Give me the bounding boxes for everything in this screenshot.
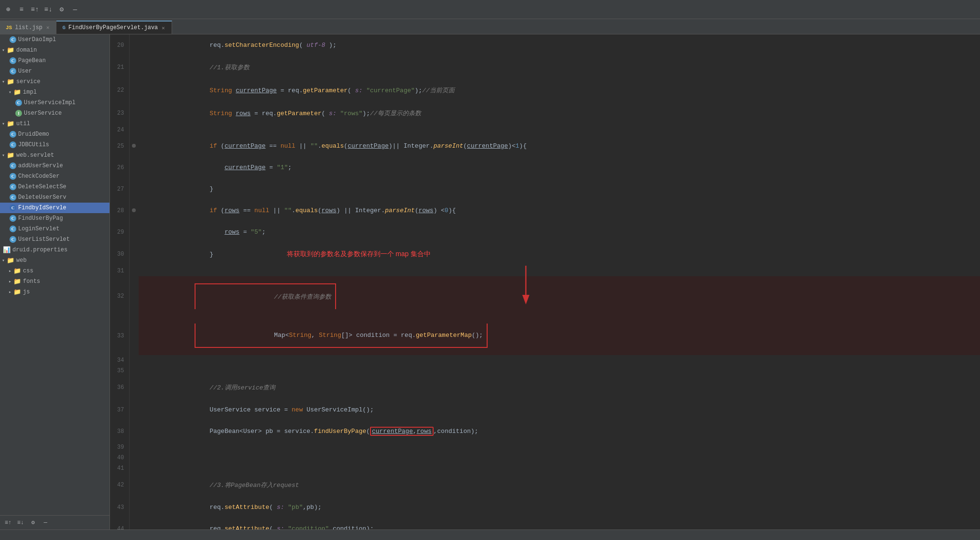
- folder-fonts: 📁: [13, 278, 21, 285]
- sidebar-item-userserviceimpl[interactable]: C UserServiceImpl: [0, 97, 109, 108]
- sidebar-label-userdaoimpl: UserDaoImpl: [18, 36, 56, 43]
- code-scroll[interactable]: 20 req.setCharacterEncoding( utf-8 ); 21…: [110, 34, 980, 529]
- code-line-23: 23 String rows = req.getParameter( s: "r…: [110, 102, 980, 125]
- code-line-21: 21 //1.获取参数: [110, 56, 980, 79]
- sidebar-sort-asc-icon[interactable]: ≡↑: [4, 518, 12, 527]
- line-num-31: 31: [110, 266, 129, 276]
- gutter-40: [129, 453, 139, 463]
- gutter-26: [129, 157, 139, 178]
- sidebar-item-userdaoimpl[interactable]: C UserDaoImpl: [0, 34, 109, 45]
- sidebar-label-web: web: [16, 257, 27, 264]
- sidebar-sort-desc-icon[interactable]: ≡↓: [16, 518, 25, 527]
- sidebar-item-userlistservlet[interactable]: C UserListServlet: [0, 234, 109, 245]
- gutter-dot-28: [132, 208, 136, 212]
- toolbar-icon-navigate[interactable]: ⊕: [4, 5, 12, 14]
- arrow-util: ▾: [2, 121, 5, 127]
- line-num-44: 44: [110, 518, 129, 529]
- sidebar-item-druiddemo[interactable]: C DruidDemo: [0, 129, 109, 140]
- line-num-37: 37: [110, 399, 129, 421]
- toolbar-icon-settings[interactable]: ⚙: [57, 5, 66, 14]
- sidebar-item-deleteselectservlet[interactable]: C DeleteSelectSe: [0, 182, 109, 192]
- toolbar-icon-sort-desc[interactable]: ≡↓: [44, 5, 53, 14]
- sidebar-item-webservlet[interactable]: ▾ 📁 web.servlet: [0, 150, 109, 161]
- sidebar-item-loginservlet[interactable]: C LoginServlet: [0, 224, 109, 234]
- sidebar-settings-icon[interactable]: ⚙: [29, 518, 37, 527]
- line-code-20: req.setCharacterEncoding( utf-8 );: [139, 34, 980, 56]
- chart-icon-druid: 📊: [3, 246, 11, 254]
- sidebar-label-pagebean: PageBean: [18, 57, 46, 64]
- tab-list-jsp-close[interactable]: ✕: [45, 24, 51, 31]
- toolbar-icon-list[interactable]: ≡: [17, 5, 26, 14]
- code-line-40: 40: [110, 453, 980, 463]
- code-line-26: 26 currentPage = "1";: [110, 157, 980, 178]
- line-num-23: 23: [110, 102, 129, 125]
- line-code-36: //2.调用service查询: [139, 376, 980, 399]
- toolbar-icon-minimize[interactable]: —: [71, 5, 79, 14]
- sidebar-item-jdbcutils[interactable]: C JDBCUtils: [0, 140, 109, 150]
- code-line-34: 34: [110, 355, 980, 366]
- c-icon-pagebean: C: [10, 57, 16, 64]
- c-icon-adduserservlet: C: [10, 162, 16, 169]
- tab-java-icon: G: [62, 25, 65, 31]
- code-line-37: 37 UserService service = new UserService…: [110, 399, 980, 421]
- gutter-32: [129, 276, 139, 316]
- arrow-web: ▾: [2, 258, 5, 263]
- gutter-42: [129, 474, 139, 497]
- toolbar-icon-sort-asc[interactable]: ≡↑: [31, 5, 39, 14]
- gutter-38: [129, 421, 139, 442]
- line-num-38: 38: [110, 421, 129, 442]
- code-line-33: 33 Map<String, String[]> condition = req…: [110, 316, 980, 355]
- code-line-30: 30 } 将获取到的参数名及参数保存到一个 map 集合中: [110, 243, 980, 266]
- sidebar-item-userservice-i[interactable]: I UserService: [0, 108, 109, 119]
- c-icon-druiddemo: C: [10, 131, 16, 138]
- sidebar-item-web[interactable]: ▾ 📁 web: [0, 255, 109, 266]
- tab-jsp-icon: JS: [6, 25, 12, 31]
- sidebar-label-finduserbypag: FindUserByPag: [18, 215, 63, 222]
- code-line-44: 44 req.setAttribute( s: "condition",cond…: [110, 518, 980, 529]
- line-num-30: 30: [110, 243, 129, 266]
- tab-find-user-close[interactable]: ✕: [161, 25, 166, 31]
- sidebar-item-finduserbypag[interactable]: C FindUserByPag: [0, 213, 109, 224]
- line-num-28: 28: [110, 200, 129, 221]
- line-code-27: }: [139, 178, 980, 200]
- sidebar-item-js[interactable]: ▸ 📁 js: [0, 287, 109, 297]
- sidebar-item-service[interactable]: ▾ 📁 service: [0, 76, 109, 87]
- sidebar-item-impl[interactable]: ▾ 📁 impl: [0, 87, 109, 97]
- line-num-41: 41: [110, 463, 129, 474]
- gutter-27: [129, 178, 139, 200]
- sidebar-minimize-icon[interactable]: —: [41, 518, 50, 527]
- gutter-39: [129, 442, 139, 453]
- gutter-35: [129, 366, 139, 376]
- sidebar-item-css[interactable]: ▸ 📁 css: [0, 266, 109, 276]
- sidebar-item-checkcodeservlet[interactable]: C CheckCodeSer: [0, 171, 109, 182]
- sidebar-label-adduserservlet: addUserServle: [18, 162, 63, 169]
- gutter-23: [129, 102, 139, 125]
- c-icon-userdaoimpl: C: [10, 36, 16, 43]
- folder-util: 📁: [7, 120, 14, 128]
- code-line-32: 32 //获取条件查询参数: [110, 276, 980, 316]
- gutter-25: [129, 135, 139, 157]
- line-code-25: if (currentPage == null || "".equals(cur…: [139, 135, 980, 157]
- sidebar-item-druid-properties[interactable]: 📊 druid.properties: [0, 245, 109, 255]
- line-code-33: Map<String, String[]> condition = req.ge…: [139, 316, 980, 355]
- tab-find-user-servlet[interactable]: G FindUserByPageServlet.java ✕: [56, 21, 172, 34]
- status-bar: [0, 529, 980, 540]
- sidebar-bottom-toolbar: ≡↑ ≡↓ ⚙ —: [0, 515, 109, 529]
- line-num-21: 21: [110, 56, 129, 79]
- line-code-30: } 将获取到的参数名及参数保存到一个 map 集合中: [139, 243, 980, 266]
- sidebar-item-deleteuserservlet[interactable]: C DeleteUserServ: [0, 192, 109, 203]
- sidebar-item-domain[interactable]: ▾ 📁 domain: [0, 45, 109, 55]
- line-code-31: [139, 266, 980, 276]
- sidebar-item-util[interactable]: ▾ 📁 util: [0, 119, 109, 129]
- sidebar-item-pagebean[interactable]: C PageBean: [0, 55, 109, 66]
- code-line-42: 42 //3.将PageBean存入request: [110, 474, 980, 497]
- sidebar-item-findbyidservlet[interactable]: C FindbyIdServle: [0, 203, 109, 213]
- gutter-36: [129, 376, 139, 399]
- code-line-24: 24: [110, 125, 980, 135]
- sidebar-item-user[interactable]: C User: [0, 66, 109, 76]
- sidebar-item-fonts[interactable]: ▸ 📁 fonts: [0, 276, 109, 287]
- sidebar-item-adduserservlet[interactable]: C addUserServle: [0, 161, 109, 171]
- tabs-bar: JS list.jsp ✕ G FindUserByPageServlet.ja…: [0, 19, 980, 34]
- tab-list-jsp-label: list.jsp: [15, 24, 43, 31]
- tab-list-jsp[interactable]: JS list.jsp ✕: [0, 21, 56, 34]
